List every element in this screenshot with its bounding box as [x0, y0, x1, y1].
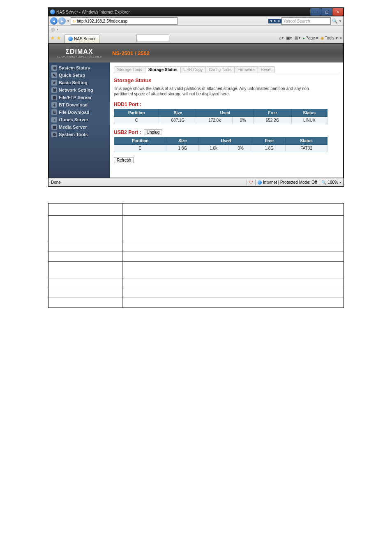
search-input[interactable]: Yahoo! Search [281, 17, 331, 25]
media-icon: ▣ [51, 124, 57, 130]
search-icon[interactable]: 🔍 [332, 18, 338, 24]
sidebar-item-itunes[interactable]: ♪iTunes Server [49, 116, 110, 123]
maximize-icon: ▢ [325, 10, 329, 14]
brand-tagline: NETWORKING PEOPLE TOGETHER [57, 56, 102, 58]
cell-used-pct: 0% [232, 117, 254, 124]
cell-used-bytes: 1.0k [199, 145, 228, 152]
tab-label: Config Tools [209, 67, 231, 72]
sidebar-item-label: Network Setting [59, 88, 93, 92]
browser-window: NAS Server - Windows Internet Explorer ─… [48, 7, 344, 187]
table-row: C 1.8G 1.0k 0% 1.8G FAT32 [114, 145, 327, 152]
print-button[interactable]: 🖶▾ [294, 36, 300, 40]
outline-cell [48, 278, 122, 288]
add-favorites-icon[interactable]: ★ [56, 35, 61, 41]
outline-cell [48, 288, 122, 298]
address-bar[interactable]: ↻ http://192.168.2.5/index.asp [71, 17, 178, 25]
compatibility-icon[interactable]: ◎ [50, 27, 56, 32]
page-menu-label: Page ▾ [305, 36, 318, 40]
outline-cell [48, 262, 122, 278]
refresh-button[interactable]: Refresh [114, 157, 134, 163]
app-header: ΣDIMAX NETWORKING PEOPLE TOGETHER NS-250… [49, 44, 343, 62]
secondary-dropdown-icon[interactable]: ▾ [57, 28, 58, 31]
main-content: Storage Tools Storage Status USB Copy Co… [110, 62, 343, 178]
hdd1-table: Partition Size Used Free Status C 687.1G… [114, 109, 327, 124]
address-dropdown[interactable]: ▼ ↻ ✕ [268, 19, 281, 23]
window-maximize-button[interactable]: ▢ [321, 8, 332, 16]
sub-tabs: Storage Tools Storage Status USB Copy Co… [114, 66, 339, 73]
tab-config-tools[interactable]: Config Tools [205, 66, 235, 73]
outline-cell [122, 288, 344, 298]
page-tab[interactable]: NAS Server [65, 35, 99, 43]
sidebar: ⎚System Status ✎Quick Setup ✔Basic Setti… [49, 62, 110, 178]
search-dropdown-icon[interactable]: ▼ [339, 19, 342, 23]
cell-partition: C [114, 117, 159, 124]
sidebar-item-system-tools[interactable]: ⚙System Tools [49, 131, 110, 138]
sidebar-item-label: Basic Setting [59, 80, 88, 85]
tab-toolbar: ★ ★ NAS Server ⌂▾ ▣▾ 🖶▾ ▸Page ▾ ◉Tools ▾… [48, 33, 344, 43]
music-icon: ♪ [51, 117, 57, 123]
tab-reset[interactable]: Reset [258, 66, 275, 73]
unplug-button[interactable]: Unplug [144, 129, 163, 135]
tab-firmware[interactable]: Firmware [234, 66, 258, 73]
page-menu-button[interactable]: ▸Page ▾ [303, 36, 318, 40]
tools-menu-button[interactable]: ◉Tools ▾ [321, 36, 337, 40]
cell-partition: C [114, 145, 166, 152]
port-name: USB2 Port : [114, 130, 141, 135]
favorites-icon[interactable]: ★ [50, 35, 55, 41]
sidebar-item-bt-download[interactable]: ⇣BT Download [49, 101, 110, 109]
sidebar-item-file-download[interactable]: ⇊File Download [49, 109, 110, 116]
tab-storage-tools[interactable]: Storage Tools [114, 66, 145, 73]
tab-usb-copy[interactable]: USB Copy [180, 66, 206, 73]
sidebar-item-label: File Download [59, 110, 90, 115]
outline-cell [48, 216, 122, 242]
brand-logo: ΣDIMAX [65, 48, 93, 56]
home-icon: ⌂ [279, 36, 281, 40]
reload-icon: ↻ [274, 19, 277, 23]
outline-cell [122, 242, 344, 252]
sidebar-item-label: iTunes Server [59, 117, 88, 122]
sidebar-item-quick-setup[interactable]: ✎Quick Setup [49, 72, 110, 79]
secondary-toolbar: ◎ ▾ [48, 26, 344, 33]
cell-used-bytes: 172.0k [197, 117, 232, 124]
window-minimize-button[interactable]: ─ [310, 8, 321, 16]
col-partition: Partition [114, 137, 166, 145]
forward-button[interactable]: ► [58, 17, 66, 25]
tools-icon: ⚙ [51, 132, 57, 137]
port-name: HDD1 Port : [114, 102, 141, 107]
overflow-icon[interactable]: » [340, 36, 342, 40]
sidebar-item-network-setting[interactable]: ⌘Network Setting [49, 86, 110, 94]
table-header-row: Partition Size Used Free Status [114, 109, 327, 117]
col-size: Size [166, 137, 199, 145]
window-titlebar[interactable]: NAS Server - Windows Internet Explorer ─… [48, 8, 344, 16]
tab-favicon [68, 37, 73, 41]
window-title: NAS Server - Windows Internet Explorer [56, 10, 130, 14]
back-arrow-icon: ◄ [52, 19, 56, 23]
col-size: Size [159, 109, 197, 117]
shield-icon: 🛡 [249, 180, 253, 185]
nav-dropdown-icon[interactable]: ▼ [67, 19, 70, 23]
cell-used-pct: 0% [228, 145, 253, 152]
tab-empty-field[interactable] [136, 35, 169, 42]
tab-label: Reset [261, 67, 272, 72]
app-viewport: ΣDIMAX NETWORKING PEOPLE TOGETHER NS-250… [48, 43, 344, 178]
print-icon: 🖶 [294, 36, 298, 40]
home-button[interactable]: ⌂▾ [279, 36, 284, 40]
sidebar-item-system-status[interactable]: ⎚System Status [49, 64, 110, 72]
chevron-down-icon: ▾ [339, 180, 341, 184]
sidebar-item-label: Quick Setup [59, 73, 85, 78]
outline-cell [122, 204, 344, 216]
forward-arrow-icon: ► [60, 19, 64, 23]
zoom-control[interactable]: 🔍 100% ▾ [321, 180, 341, 185]
tab-storage-status[interactable]: Storage Status [145, 66, 181, 73]
cell-free: 1.8G [253, 145, 286, 152]
outline-cell [122, 252, 344, 262]
outline-cell [122, 262, 344, 278]
sidebar-item-basic-setting[interactable]: ✔Basic Setting [49, 79, 110, 86]
back-button[interactable]: ◄ [50, 17, 58, 25]
feeds-button[interactable]: ▣▾ [286, 36, 292, 40]
minimize-icon: ─ [314, 10, 317, 14]
sidebar-item-file-ftp[interactable]: ▤File/FTP Server [49, 94, 110, 101]
settings-icon: ✔ [51, 80, 57, 86]
sidebar-item-media-server[interactable]: ▣Media Server [49, 123, 110, 131]
window-close-button[interactable]: X [332, 8, 343, 16]
